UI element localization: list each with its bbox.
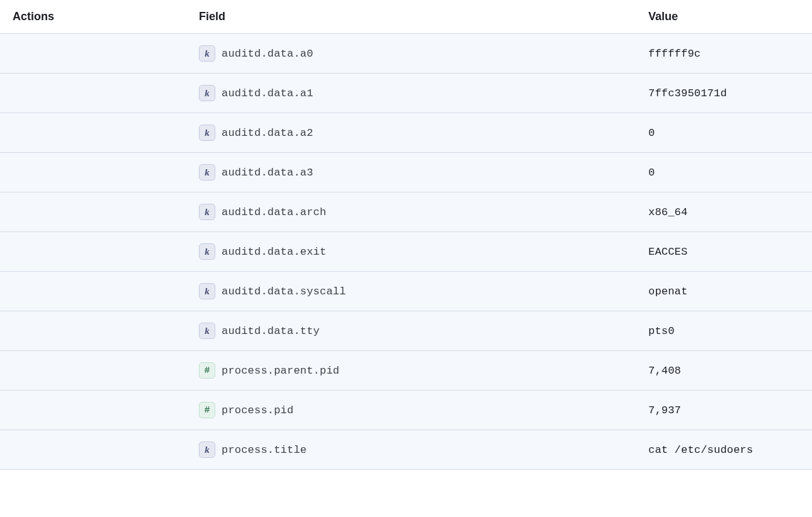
table-row[interactable]: # process.parent.pid 7,408 bbox=[0, 351, 812, 391]
field-cell: k auditd.data.a1 bbox=[199, 85, 648, 101]
keyword-type-icon: k bbox=[199, 164, 215, 181]
keyword-type-icon: k bbox=[199, 323, 215, 339]
field-cell: k auditd.data.a3 bbox=[199, 164, 648, 181]
number-type-icon: # bbox=[199, 362, 215, 379]
field-name[interactable]: process.title bbox=[222, 444, 307, 456]
field-cell: k auditd.data.a0 bbox=[199, 45, 648, 62]
table-row[interactable]: k auditd.data.exit EACCES bbox=[0, 232, 812, 272]
table-row[interactable]: k auditd.data.a1 7ffc3950171d bbox=[0, 74, 812, 113]
field-cell: # process.pid bbox=[199, 402, 648, 418]
field-name[interactable]: auditd.data.tty bbox=[222, 325, 320, 337]
field-cell: k auditd.data.a2 bbox=[199, 125, 648, 141]
table-row[interactable]: k process.title cat /etc/sudoers bbox=[0, 430, 812, 470]
field-cell: k auditd.data.tty bbox=[199, 323, 648, 339]
value-cell: openat bbox=[648, 286, 799, 297]
column-header-actions[interactable]: Actions bbox=[13, 10, 199, 23]
field-value-table: Actions Field Value k auditd.data.a0 fff… bbox=[0, 0, 812, 470]
field-name[interactable]: auditd.data.arch bbox=[222, 206, 326, 218]
field-cell: k auditd.data.syscall bbox=[199, 283, 648, 299]
field-cell: k auditd.data.arch bbox=[199, 204, 648, 220]
column-header-value[interactable]: Value bbox=[648, 10, 799, 23]
table-row[interactable]: k auditd.data.a0 ffffff9c bbox=[0, 34, 812, 74]
field-value[interactable]: 7ffc3950171d bbox=[648, 87, 727, 99]
value-cell: 7ffc3950171d bbox=[648, 87, 799, 99]
field-value[interactable]: 0 bbox=[648, 127, 655, 139]
value-cell: pts0 bbox=[648, 325, 799, 337]
keyword-type-icon: k bbox=[199, 283, 215, 299]
field-value[interactable]: openat bbox=[648, 286, 687, 297]
field-value[interactable]: EACCES bbox=[648, 246, 687, 258]
keyword-type-icon: k bbox=[199, 125, 215, 141]
column-header-field[interactable]: Field bbox=[199, 10, 648, 23]
field-name[interactable]: auditd.data.syscall bbox=[222, 286, 346, 297]
keyword-type-icon: k bbox=[199, 243, 215, 260]
value-cell: cat /etc/sudoers bbox=[648, 444, 799, 456]
table-row[interactable]: k auditd.data.tty pts0 bbox=[0, 311, 812, 351]
table-row[interactable]: # process.pid 7,937 bbox=[0, 391, 812, 430]
number-type-icon: # bbox=[199, 402, 215, 418]
value-cell: EACCES bbox=[648, 246, 799, 258]
table-row[interactable]: k auditd.data.a2 0 bbox=[0, 113, 812, 153]
field-name[interactable]: auditd.data.a2 bbox=[222, 127, 313, 139]
field-name[interactable]: auditd.data.a3 bbox=[222, 167, 313, 179]
keyword-type-icon: k bbox=[199, 85, 215, 101]
field-cell: k process.title bbox=[199, 442, 648, 458]
keyword-type-icon: k bbox=[199, 45, 215, 62]
field-value[interactable]: 0 bbox=[648, 167, 655, 179]
field-value[interactable]: x86_64 bbox=[648, 206, 687, 218]
keyword-type-icon: k bbox=[199, 442, 215, 458]
field-value[interactable]: cat /etc/sudoers bbox=[648, 444, 753, 456]
field-cell: # process.parent.pid bbox=[199, 362, 648, 379]
field-value[interactable]: ffffff9c bbox=[648, 48, 701, 60]
keyword-type-icon: k bbox=[199, 204, 215, 220]
field-name[interactable]: auditd.data.a1 bbox=[222, 87, 313, 99]
field-cell: k auditd.data.exit bbox=[199, 243, 648, 260]
field-name[interactable]: process.pid bbox=[222, 404, 293, 416]
field-value[interactable]: 7,937 bbox=[648, 404, 681, 416]
field-name[interactable]: auditd.data.a0 bbox=[222, 48, 313, 60]
table-row[interactable]: k auditd.data.a3 0 bbox=[0, 153, 812, 192]
table-row[interactable]: k auditd.data.arch x86_64 bbox=[0, 192, 812, 232]
value-cell: 7,937 bbox=[648, 404, 799, 416]
value-cell: ffffff9c bbox=[648, 48, 799, 60]
value-cell: 0 bbox=[648, 167, 799, 179]
value-cell: x86_64 bbox=[648, 206, 799, 218]
field-value[interactable]: 7,408 bbox=[648, 365, 681, 377]
field-name[interactable]: auditd.data.exit bbox=[222, 246, 326, 258]
table-row[interactable]: k auditd.data.syscall openat bbox=[0, 272, 812, 311]
value-cell: 7,408 bbox=[648, 365, 799, 377]
field-name[interactable]: process.parent.pid bbox=[222, 365, 339, 377]
table-header-row: Actions Field Value bbox=[0, 0, 812, 34]
field-value[interactable]: pts0 bbox=[648, 325, 675, 337]
value-cell: 0 bbox=[648, 127, 799, 139]
